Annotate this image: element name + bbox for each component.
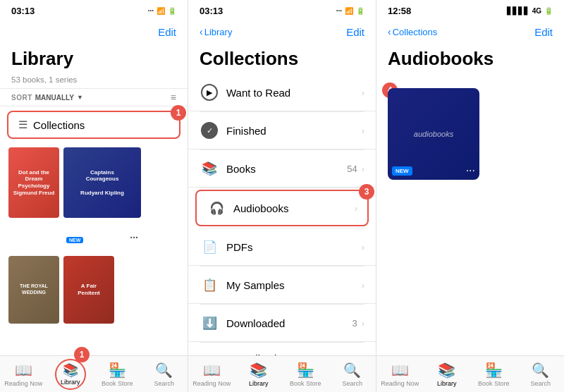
book-title-courageous: CaptainsCourageousRudyard Kipling <box>78 166 127 199</box>
my-samples-item[interactable]: 📋 My Samples › <box>188 267 376 304</box>
tab-bookstore-2[interactable]: 🏪 Book Store <box>282 356 329 392</box>
tab-label-reading-1: Reading Now <box>4 380 42 387</box>
book-title-freud: Dot and theDreamPsychologySigmund Freud <box>11 166 58 199</box>
tab-search-2[interactable]: 🔍 Search <box>329 356 376 392</box>
status-time-2: 03:13 <box>200 6 223 16</box>
tab-library-3[interactable]: 📚 Library <box>424 356 471 392</box>
tab-label-search-1: Search <box>154 380 174 387</box>
books-count: 54 <box>347 164 357 174</box>
collections-label: Collections <box>33 119 85 131</box>
bookstore-icon-1: 🏪 <box>109 362 126 379</box>
audiobook-new-badge: NEW <box>392 166 412 176</box>
tab-reading-now-1[interactable]: 📖 Reading Now <box>0 356 47 392</box>
tab-library-2[interactable]: 📚 Library <box>235 356 283 392</box>
audiobook-cover-label: audiobooks <box>414 130 453 138</box>
book-cover-courageous[interactable]: CaptainsCourageousRudyard Kipling <box>63 147 141 218</box>
sort-label: SORT <box>11 94 32 102</box>
tab-reading-now-3[interactable]: 📖 Reading Now <box>376 356 424 392</box>
divider-3 <box>200 188 364 188</box>
bookstore-icon-3: 🏪 <box>485 362 503 379</box>
library-subtitle: 53 books, 1 series <box>0 74 188 88</box>
status-time-1: 03:13 <box>11 6 35 16</box>
signal-dots-1: ··· <box>148 7 154 15</box>
bookstore-icon-2: 🏪 <box>297 362 314 379</box>
page-title-2: Collections <box>188 45 376 74</box>
library-icon-3: 📚 <box>438 362 455 379</box>
book-cover-fair-penitent[interactable]: A FairPenitent <box>63 256 114 324</box>
collections-list: ▶ Want to Read › ✓ Finished › 📚 Books 54… <box>188 74 376 355</box>
tab-search-1[interactable]: 🔍 Search <box>141 356 188 392</box>
book-cover-courageous-wrapper: CaptainsCourageousRudyard Kipling NEW ··… <box>63 147 141 246</box>
audiobook-more-dots[interactable]: ··· <box>466 164 475 177</box>
edit-button-3[interactable]: Edit <box>534 26 553 38</box>
library-icon-1: 📚 <box>63 362 78 378</box>
step-badge-1: 1 <box>171 105 186 121</box>
tab-bookstore-3[interactable]: 🏪 Book Store <box>470 356 517 392</box>
want-to-read-label: Want to Read <box>226 87 362 99</box>
more-dots-courageous[interactable]: ··· <box>130 232 138 243</box>
collections-panel: 03:13 ··· 📶 🔋 ‹ Library Edit Collections… <box>188 0 376 392</box>
finished-chevron-icon: › <box>362 125 364 136</box>
battery-icon-1: 🔋 <box>168 7 176 15</box>
back-chevron-icon-3: ‹ <box>388 26 391 37</box>
downloaded-icon: ⬇️ <box>200 313 219 333</box>
library-panel: 03:13 ··· 📶 🔋 Edit Library 53 books, 1 s… <box>0 0 188 392</box>
collections-item[interactable]: ☰ Collections 1 <box>7 111 180 139</box>
my-samples-chevron-icon: › <box>362 280 364 290</box>
wifi-icon-1: 📶 <box>157 7 165 15</box>
tab-bar-1: 📖 Reading Now 📚 Library 1 🏪 Book Store 🔍… <box>0 355 188 392</box>
book-cover-royal-wedding[interactable]: THE ROYALWEDDING <box>8 256 59 324</box>
search-icon-2: 🔍 <box>343 362 361 379</box>
step-badge-tab-1: 1 <box>74 347 90 362</box>
downloaded-label: Downloaded <box>226 317 352 329</box>
tab-library-1[interactable]: 📚 Library 1 <box>47 356 94 392</box>
tab-label-bookstore-2: Book Store <box>290 380 321 387</box>
list-view-icon[interactable]: ≡ <box>171 92 176 103</box>
status-bar-1: 03:13 ··· 📶 🔋 <box>0 0 188 20</box>
edit-button-1[interactable]: Edit <box>158 26 176 38</box>
step-badge-3: 3 <box>359 184 374 200</box>
tab-label-bookstore-3: Book Store <box>478 380 510 387</box>
back-to-library[interactable]: ‹ Library <box>200 26 232 37</box>
reading-now-icon-1: 📖 <box>15 362 32 379</box>
tab-label-bookstore-1: Book Store <box>102 380 133 387</box>
status-icons-1: ··· 📶 🔋 <box>148 7 176 15</box>
finished-item[interactable]: ✓ Finished › <box>188 112 376 149</box>
book-row-1: Dot and theDreamPsychologySigmund Freud … <box>8 147 141 246</box>
want-to-read-item[interactable]: ▶ Want to Read › <box>188 74 376 111</box>
library-active-bg: 📚 Library <box>55 359 86 390</box>
pdfs-label: PDFs <box>226 241 362 253</box>
page-title-1: Library <box>0 45 188 74</box>
books-chevron-icon: › <box>362 164 364 174</box>
audiobooks-panel: 12:58 ▋▋▋▋ 4G 🔋 ‹ Collections Edit Audio… <box>376 0 564 392</box>
tab-label-reading-2: Reading Now <box>192 380 231 387</box>
library-icon-2: 📚 <box>250 362 267 379</box>
tab-search-3[interactable]: 🔍 Search <box>517 356 565 392</box>
tab-label-reading-3: Reading Now <box>381 380 419 387</box>
audiobooks-chevron-icon: › <box>355 203 357 214</box>
status-bar-2: 03:13 ··· 📶 🔋 <box>188 0 376 20</box>
new-collection-item[interactable]: ＋ New Collection... <box>188 343 376 355</box>
tab-reading-now-2[interactable]: 📖 Reading Now <box>188 356 235 392</box>
back-to-collections[interactable]: ‹ Collections <box>388 26 437 37</box>
nav-bar-3: ‹ Collections Edit <box>376 20 564 45</box>
books-label: Books <box>226 163 347 175</box>
books-item[interactable]: 📚 Books 54 › <box>188 150 376 188</box>
audiobook-cover[interactable]: audiobooks NEW ··· <box>388 88 479 180</box>
tab-bar-3: 📖 Reading Now 📚 Library 🏪 Book Store 🔍 S… <box>376 355 564 392</box>
pdfs-item[interactable]: 📄 PDFs › <box>188 228 376 266</box>
downloaded-count: 3 <box>352 318 357 329</box>
nav-bar-1: Edit <box>0 20 188 45</box>
reading-now-icon-2: 📖 <box>203 362 221 379</box>
back-label-3: Collections <box>393 27 438 37</box>
book-cover-freud[interactable]: Dot and theDreamPsychologySigmund Freud <box>8 147 59 218</box>
finished-icon: ✓ <box>200 121 219 140</box>
downloaded-item[interactable]: ⬇️ Downloaded 3 › <box>188 305 376 342</box>
nav-bar-2: ‹ Library Edit <box>188 20 376 45</box>
want-to-read-icon: ▶ <box>200 82 219 102</box>
battery-icon-3: 🔋 <box>544 7 553 15</box>
tab-bookstore-1[interactable]: 🏪 Book Store <box>94 356 141 392</box>
audiobooks-item[interactable]: 🎧 Audiobooks › 3 <box>195 190 369 226</box>
battery-icon-2: 🔋 <box>356 7 364 15</box>
edit-button-2[interactable]: Edit <box>346 26 364 38</box>
